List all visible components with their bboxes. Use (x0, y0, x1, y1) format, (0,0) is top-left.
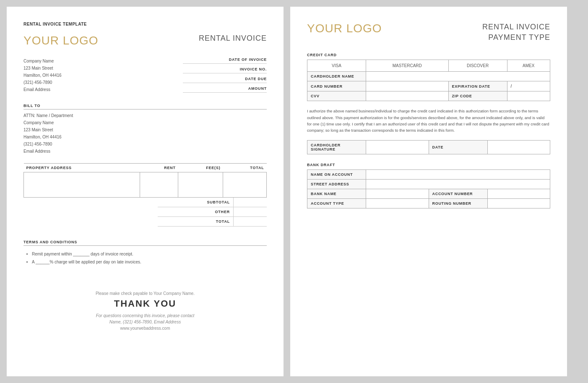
totals-section: SUBTOTAL OTHER TOTAL (23, 198, 267, 227)
routing-number-value (487, 199, 550, 208)
account-type-row: ACCOUNT TYPE ROUTING NUMBER (307, 199, 550, 208)
cc-amex: AMEX (507, 60, 550, 72)
other-row: OTHER (158, 207, 267, 217)
terms-item-2: A ______% charge will be applied per day… (32, 258, 267, 266)
expiration-date-value: / (507, 81, 550, 91)
name-on-account-row: NAME ON ACCOUNT (307, 170, 550, 180)
street-address-value (366, 180, 550, 189)
cc-options-row: VISA MASTERCARD DISCOVER AMEX (307, 60, 550, 72)
footer-website: www.yourwebaddress.com (23, 326, 267, 331)
terms-label: TERMS AND CONDITIONS (23, 240, 267, 246)
right-title-line2: PAYMENT TYPE (488, 33, 550, 42)
invoice-title: RENTAL INVOICE (199, 34, 267, 43)
right-logo: YOUR LOGO (307, 22, 382, 35)
date-value (487, 141, 550, 154)
street-address-label: STREET ADDRESS (307, 180, 366, 189)
street-address-row: STREET ADDRESS (307, 180, 550, 189)
bank-draft-label: BANK DRAFT (307, 163, 550, 167)
cvv-label: CVV (307, 91, 366, 101)
signature-row: CARDHOLDERSIGNATURE DATE (307, 141, 550, 154)
bank-name-row: BANK NAME ACCOUNT NUMBER (307, 189, 550, 199)
info-date-row: Company Name 123 Main Street Hamilton, O… (23, 57, 267, 96)
invoice-no-field: INVOICE NO. (183, 67, 267, 73)
page-title: RENTAL INVOICE TEMPLATE (23, 22, 267, 26)
subtotal-label: SUBTOTAL (158, 198, 233, 206)
subtotal-value (233, 198, 267, 207)
bill-to-company: Company Name (23, 119, 267, 126)
subtotal-row: SUBTOTAL (158, 198, 267, 207)
date-of-invoice-label: DATE OF INVOICE (183, 57, 267, 62)
cardholder-signature-label: CARDHOLDERSIGNATURE (307, 141, 366, 154)
card-number-value (366, 81, 449, 91)
cardholder-signature-value (366, 141, 429, 154)
bank-draft-section: BANK DRAFT NAME ON ACCOUNT STREET ADDRES… (307, 163, 550, 208)
bill-to-info: ATTN: Name / Department Company Name 123… (23, 112, 267, 155)
date-of-invoice-field: DATE OF INVOICE (183, 57, 267, 64)
zip-code-label: ZIP CODE (448, 91, 507, 101)
col-rent: RENT (140, 164, 178, 172)
table-row (24, 172, 267, 198)
right-page: YOUR LOGO RENTAL INVOICE PAYMENT TYPE CR… (290, 7, 567, 376)
card-number-label: CARD NUMBER (307, 81, 366, 91)
bill-to-street: 123 Main Street (23, 126, 267, 133)
total-cell (223, 172, 267, 198)
property-table: PROPERTY ADDRESS RENT FEE(S) TOTAL (23, 163, 267, 198)
col-property-address: PROPERTY ADDRESS (24, 164, 140, 172)
bank-name-label: BANK NAME (307, 189, 366, 199)
signature-table: CARDHOLDERSIGNATURE DATE (307, 140, 550, 154)
other-label: OTHER (158, 208, 233, 216)
fees-cell (178, 172, 223, 198)
cc-visa: VISA (307, 60, 366, 72)
left-page: RENTAL INVOICE TEMPLATE YOUR LOGO RENTAL… (7, 7, 284, 376)
amount-label: AMOUNT (183, 86, 267, 91)
property-address-cell (24, 172, 140, 198)
col-fees: FEE(S) (178, 164, 223, 172)
right-title: RENTAL INVOICE PAYMENT TYPE (482, 22, 550, 43)
credit-card-label: CREDIT CARD (307, 53, 550, 57)
cvv-row: CVV ZIP CODE (307, 91, 550, 101)
bank-draft-table: NAME ON ACCOUNT STREET ADDRESS BANK NAME… (307, 169, 550, 208)
right-title-line1: RENTAL INVOICE (482, 23, 550, 31)
amount-field: AMOUNT (183, 86, 267, 93)
bank-name-value (366, 189, 429, 199)
cc-discover: DISCOVER (448, 60, 507, 72)
bill-to-section: BILL TO ATTN: Name / Department Company … (23, 104, 267, 155)
cardholder-name-row: CARDHOLDER NAME (307, 72, 550, 81)
account-number-value (487, 189, 550, 199)
bill-to-city: Hamilton, OH 44416 (23, 133, 267, 141)
total-label: TOTAL (158, 218, 233, 225)
cvv-value (366, 91, 449, 101)
credit-card-table: VISA MASTERCARD DISCOVER AMEX CARDHOLDER… (307, 60, 550, 101)
zip-code-value (507, 91, 550, 101)
expiration-date-label: EXPIRATION DATE (448, 81, 507, 91)
footer-contact-info: Name, (321) 456-7890, Email Address (23, 320, 267, 324)
account-type-label: ACCOUNT TYPE (307, 199, 366, 208)
date-fields: DATE OF INVOICE INVOICE NO. DATE DUE AMO… (183, 57, 267, 96)
card-number-row: CARD NUMBER EXPIRATION DATE / (307, 81, 550, 91)
footer-thank-you: THANK YOU (23, 298, 267, 309)
terms-item-1: Remit payment within _______ days of inv… (32, 250, 267, 258)
invoice-no-label: INVOICE NO. (183, 67, 267, 71)
cardholder-name-label: CARDHOLDER NAME (307, 72, 366, 81)
date-due-field: DATE DUE (183, 77, 267, 83)
company-street: 123 Main Street (23, 65, 62, 72)
account-type-value (366, 199, 429, 208)
credit-card-section: CREDIT CARD VISA MASTERCARD DISCOVER AME… (307, 53, 550, 101)
company-info: Company Name 123 Main Street Hamilton, O… (23, 57, 62, 96)
account-number-label: ACCOUNT NUMBER (429, 189, 487, 199)
company-phone: (321) 456-7890 (23, 79, 62, 86)
col-total: TOTAL (223, 164, 267, 172)
cc-mastercard: MASTERCARD (366, 60, 449, 72)
terms-list: Remit payment within _______ days of inv… (23, 250, 267, 266)
logo-invoice-row: YOUR LOGO RENTAL INVOICE (23, 34, 267, 47)
bill-to-email: Email Address (23, 148, 267, 155)
company-email: Email Address (23, 86, 62, 93)
footer-questions: For questions concerning this invoice, p… (23, 313, 267, 318)
company-name: Company Name (23, 57, 62, 65)
authorization-text: I authorize the above named business/ind… (307, 108, 550, 133)
name-on-account-value (366, 170, 550, 180)
date-label: DATE (429, 141, 487, 154)
routing-number-label: ROUTING NUMBER (429, 199, 487, 208)
cardholder-name-value (366, 72, 550, 81)
other-value (233, 207, 267, 216)
